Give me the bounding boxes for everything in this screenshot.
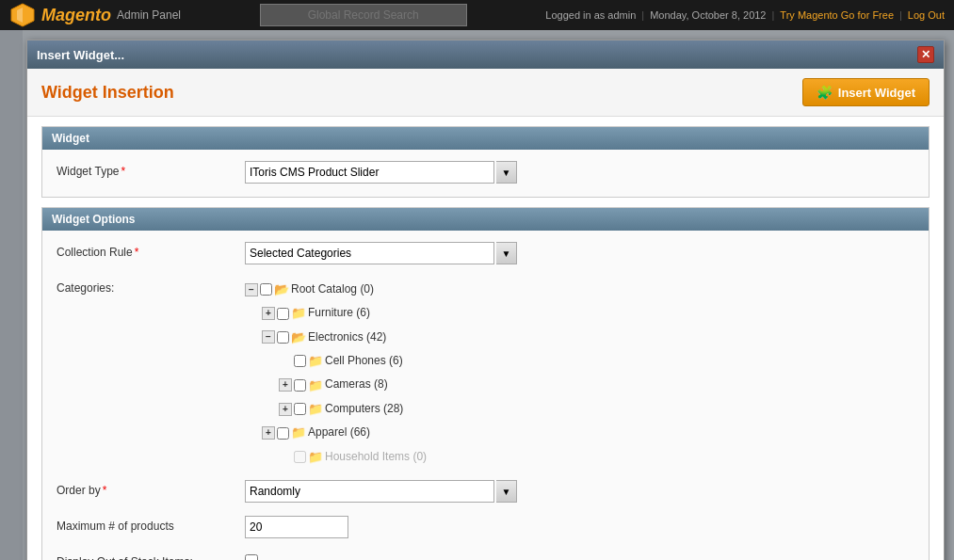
logo-area: Magento Admin Panel (9, 2, 181, 28)
tree-label-cell-phones: Cell Phones (6) (325, 351, 403, 372)
tree-toggle-root[interactable]: − (245, 283, 258, 296)
try-magento-link[interactable]: Try Magento Go for Free (780, 9, 894, 21)
top-right-info: Logged in as admin | Monday, October 8, … (545, 9, 945, 21)
logged-in-text: Logged in as admin (545, 9, 636, 21)
tree-checkbox-furniture[interactable] (277, 308, 289, 320)
folder-open-icon: 📂 (274, 279, 289, 300)
widget-section-body: Widget Type* IToris CMS Product Slider ▼ (42, 150, 929, 197)
modal-title: Insert Widget... (37, 48, 124, 62)
folder-open-icon-electronics: 📂 (291, 327, 306, 348)
tree-children-electronics: 📁 Cell Phones (6) + 📁 Cameras (8) (262, 349, 427, 421)
order-by-dropdown-wrapper: Randomly Name Price Position ▼ (245, 480, 517, 503)
out-of-stock-checkbox[interactable] (245, 554, 258, 560)
modal-dialog: Insert Widget... ✕ Widget Insertion 🧩 In… (26, 40, 945, 560)
tree-label-furniture: Furniture (6) (308, 303, 370, 324)
widget-section: Widget Widget Type* IToris CMS Product S… (41, 126, 930, 198)
widget-options-body: Collection Rule* Selected Categories All… (42, 231, 929, 560)
tree-checkbox-cell-phones[interactable] (294, 355, 306, 367)
widget-section-header: Widget (42, 127, 929, 150)
tree-label-household: Household Items (0) (325, 447, 427, 468)
tree-item-household: 📁 Household Items (0) (279, 445, 427, 469)
order-by-label: Order by* (57, 480, 245, 497)
widget-options-section: Widget Options Collection Rule* Selected… (41, 207, 930, 560)
widget-options-header: Widget Options (42, 208, 929, 231)
collection-rule-select[interactable]: Selected Categories All Products New Pro… (245, 242, 494, 264)
out-of-stock-row: Display Out of Stock Items: (57, 552, 914, 560)
tree-item-furniture[interactable]: + 📁 Furniture (6) (262, 301, 427, 325)
folder-icon-household: 📁 (308, 446, 323, 468)
tree-label-cameras: Cameras (8) (325, 375, 388, 395)
tree-label-computers: Computers (28) (325, 399, 403, 420)
collection-rule-dropdown-wrapper: Selected Categories All Products New Pro… (245, 242, 517, 264)
tree-item-cameras[interactable]: + 📁 Cameras (8) (279, 374, 427, 397)
logo-brand: Magento (41, 6, 111, 25)
out-of-stock-label: Display Out of Stock Items: (57, 552, 245, 560)
insert-widget-label: Insert Widget (838, 86, 915, 100)
widget-type-select[interactable]: IToris CMS Product Slider (245, 161, 494, 184)
widget-type-row: Widget Type* IToris CMS Product Slider ▼ (57, 161, 914, 185)
max-products-row: Maximum # of products (57, 516, 914, 540)
widget-type-dropdown-wrapper: IToris CMS Product Slider ▼ (245, 161, 517, 184)
tree-label-root: Root Catalog (0) (291, 280, 374, 300)
order-by-row: Order by* Randomly Name Price Position ▼ (57, 480, 914, 504)
categories-row: Categories: − 📂 Root Catalog (0) (57, 278, 914, 469)
collection-rule-row: Collection Rule* Selected Categories All… (57, 242, 914, 266)
tree-toggle-computers[interactable]: + (279, 403, 292, 416)
order-by-select[interactable]: Randomly Name Price Position (245, 480, 494, 503)
date-text: Monday, October 8, 2012 (650, 9, 766, 21)
widget-type-label: Widget Type* (57, 161, 245, 178)
global-search-input[interactable] (260, 4, 467, 26)
tree-checkbox-computers[interactable] (294, 403, 306, 415)
collection-rule-dropdown-arrow[interactable]: ▼ (496, 242, 517, 264)
tree-checkbox-root[interactable] (260, 283, 272, 296)
tree-item-computers[interactable]: + 📁 Computers (28) (279, 397, 427, 421)
folder-closed-icon-computers: 📁 (308, 398, 323, 420)
required-indicator: * (121, 165, 125, 178)
top-bar: Magento Admin Panel Logged in as admin |… (0, 0, 954, 30)
tree-item-apparel[interactable]: + 📁 Apparel (66) (262, 421, 427, 444)
order-by-dropdown-arrow[interactable]: ▼ (496, 480, 517, 503)
tree-toggle-apparel[interactable]: + (262, 426, 275, 440)
tree-toggle-electronics[interactable]: − (262, 330, 275, 344)
folder-closed-icon-apparel: 📁 (291, 422, 306, 443)
folder-closed-icon-cell-phones: 📁 (308, 350, 323, 372)
folder-closed-icon-cameras: 📁 (308, 375, 323, 396)
collection-rule-label: Collection Rule* (57, 242, 245, 259)
max-products-label: Maximum # of products (57, 516, 245, 533)
background-content: Insert Widget... ✕ Widget Insertion 🧩 In… (0, 30, 954, 560)
magento-logo-icon (9, 2, 36, 28)
tree-children-household-indent: 📁 Household Items (0) (262, 445, 427, 469)
tree-children-root: + 📁 Furniture (6) − 📂 (245, 301, 427, 469)
logo-subtitle: Admin Panel (117, 8, 181, 22)
puzzle-icon: 🧩 (817, 85, 833, 100)
tree-label-electronics: Electronics (42) (308, 328, 386, 348)
tree-item-cell-phones[interactable]: 📁 Cell Phones (6) (279, 349, 427, 373)
tree-item-root[interactable]: − 📂 Root Catalog (0) (245, 278, 427, 301)
categories-label: Categories: (57, 278, 245, 295)
tree-toggle-cameras[interactable]: + (279, 378, 292, 392)
tree-checkbox-electronics[interactable] (277, 331, 289, 344)
tree-item-electronics[interactable]: − 📂 Electronics (42) (262, 326, 427, 349)
widget-type-dropdown-arrow[interactable]: ▼ (496, 161, 517, 184)
modal-overlay: Insert Widget... ✕ Widget Insertion 🧩 In… (0, 30, 954, 560)
tree-label-apparel: Apparel (66) (308, 423, 370, 443)
insert-widget-button[interactable]: 🧩 Insert Widget (802, 78, 930, 106)
modal-titlebar: Insert Widget... ✕ (27, 40, 944, 69)
tree-checkbox-cameras[interactable] (294, 379, 306, 392)
folder-closed-icon-furniture: 📁 (291, 302, 306, 324)
logout-link[interactable]: Log Out (908, 9, 945, 21)
tree-checkbox-apparel[interactable] (277, 427, 289, 440)
modal-close-button[interactable]: ✕ (917, 46, 934, 63)
tree-checkbox-household[interactable] (294, 451, 306, 463)
max-products-input[interactable] (245, 516, 348, 538)
tree-toggle-furniture[interactable]: + (262, 307, 275, 320)
category-tree: − 📂 Root Catalog (0) + 📁 (245, 278, 427, 469)
widget-insertion-title: Widget Insertion (41, 83, 174, 103)
modal-header: Widget Insertion 🧩 Insert Widget (27, 69, 944, 117)
